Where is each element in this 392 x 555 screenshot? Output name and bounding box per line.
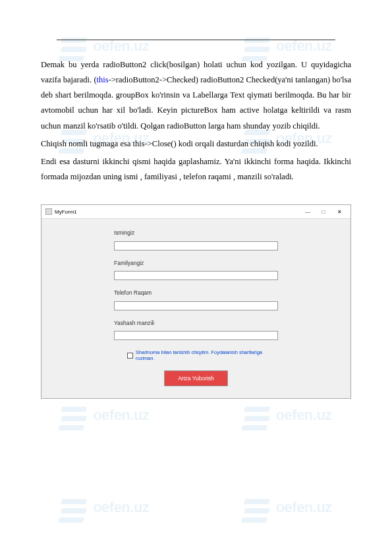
window-titlebar: MyForm1 — □ ✕ (42, 205, 350, 219)
close-button[interactable]: ✕ (332, 207, 347, 216)
form-body: Ismingiz Familyangiz Telefon Raqam Yasha… (42, 219, 350, 398)
name-label: Ismingiz (114, 229, 278, 236)
surname-label: Familyangiz (114, 260, 278, 266)
terms-checkbox[interactable] (127, 353, 133, 359)
terms-label: Shartnoma bilan tanishib chiqdim. Foydal… (136, 349, 278, 361)
watermark-text: oefen.uz (276, 499, 332, 516)
submit-button[interactable]: Ariza Yuborish (164, 370, 228, 386)
form-screenshot: MyForm1 — □ ✕ Ismingiz Familyangiz Telef… (41, 204, 351, 399)
name-field-group: Ismingiz (114, 229, 278, 250)
window-controls: — □ ✕ (300, 207, 347, 216)
page-content: Demak bu yerda radioButton2 click(bosilg… (0, 0, 392, 412)
window-title: MyForm1 (55, 209, 77, 215)
phone-input[interactable] (114, 301, 278, 310)
divider (57, 40, 335, 40)
terms-checkbox-row: Shartnoma bilan tanishib chiqdim. Foydal… (127, 349, 278, 361)
name-input[interactable] (114, 241, 278, 250)
paragraph-2: Chiqish nomli tugmaga esa this->Close() … (41, 136, 351, 152)
phone-field-group: Telefon Raqam (114, 289, 278, 310)
phone-label: Telefon Raqam (114, 289, 278, 296)
minimize-button[interactable]: — (300, 207, 315, 216)
submit-row: Ariza Yuborish (114, 370, 278, 386)
window-icon (45, 208, 52, 215)
keyword-this: this (97, 75, 109, 84)
address-label: Yashash manzili (114, 320, 278, 326)
surname-input[interactable] (114, 271, 278, 280)
address-input[interactable] (114, 331, 278, 340)
surname-field-group: Familyangiz (114, 260, 278, 281)
maximize-button[interactable]: □ (316, 207, 331, 216)
window-title-left: MyForm1 (45, 208, 77, 215)
paragraph-3: Endi esa dasturni ikkinchi qismi haqida … (41, 154, 351, 185)
address-field-group: Yashash manzili (114, 320, 278, 341)
paragraph-1: Demak bu yerda radioButton2 click(bosilg… (41, 57, 351, 134)
watermark-text: oefen.uz (93, 499, 149, 516)
